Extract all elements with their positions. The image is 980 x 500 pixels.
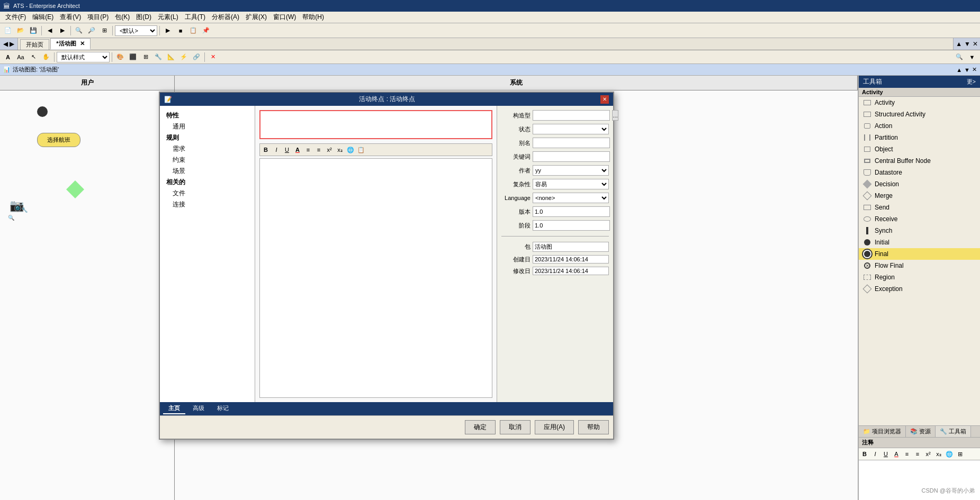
menu-tool[interactable]: 工具(T) — [182, 12, 209, 23]
menu-file[interactable]: 文件(F) — [2, 12, 29, 23]
toolbox-item-receive[interactable]: Receive — [859, 213, 980, 225]
rt-underline[interactable]: U — [282, 145, 292, 154]
sub-tool-a[interactable]: A — [2, 51, 14, 63]
name-input-area[interactable] — [259, 110, 492, 139]
notes-sub[interactable]: x₂ — [934, 449, 943, 459]
toolbar-run[interactable]: ▶ — [162, 25, 174, 37]
lane-user[interactable]: 选择航班 📷 🔧 🔍 — [0, 90, 175, 500]
dialog-close-btn[interactable]: ✕ — [600, 95, 609, 104]
dialog-help-btn[interactable]: 帮助 — [578, 420, 609, 434]
rt-image[interactable]: 📋 — [356, 145, 366, 154]
dialog-tab-main[interactable]: 主页 — [163, 403, 185, 414]
prop-language-select[interactable]: <none> — [533, 193, 609, 203]
prop-stereotype-input[interactable] — [533, 110, 610, 121]
sub-tool-grid[interactable]: ⊞ — [140, 51, 151, 63]
prop-status-select[interactable] — [533, 124, 609, 134]
tab-close[interactable]: ✕ — [80, 40, 85, 47]
window-maximize[interactable]: ▼ — [964, 40, 970, 48]
diagram-collapse[interactable]: ▲ — [956, 67, 962, 73]
toolbox-tab-toolbox[interactable]: 🔧 工具箱 — [936, 426, 971, 437]
window-minimize[interactable]: ▲ — [956, 40, 962, 48]
prop-alias-input[interactable] — [533, 138, 610, 148]
prop-keywords-input[interactable] — [533, 151, 610, 162]
start-node[interactable] — [37, 106, 48, 117]
toolbar-zoom-in[interactable]: 🔍 — [73, 25, 85, 37]
sub-tool-format[interactable]: 🎨 — [114, 51, 126, 63]
notes-list2[interactable]: ≡ — [913, 449, 922, 459]
menu-extend[interactable]: 扩展(X) — [242, 12, 270, 23]
toolbox-item-flowfinal[interactable]: ✕ Flow Final — [859, 260, 980, 271]
prop-version-input[interactable] — [533, 206, 610, 217]
diagram-canvas[interactable]: 用户 系统 选择航班 📷 🔧 🔍 — [0, 76, 858, 500]
toolbar-stop[interactable]: ■ — [175, 25, 186, 37]
sub-tool-filter[interactable]: ▼ — [966, 51, 978, 63]
menu-element[interactable]: 元素(L) — [155, 12, 182, 23]
sub-tool-more3[interactable]: ⚡ — [178, 51, 190, 63]
rt-italic[interactable]: I — [272, 145, 281, 154]
rt-list2[interactable]: ≡ — [314, 145, 323, 154]
nav-arrows[interactable]: ◀ ▶ — [3, 40, 14, 48]
toolbox-item-region[interactable]: Region — [859, 271, 980, 283]
tree-item-scenarios[interactable]: 场景 — [164, 166, 250, 177]
menu-window[interactable]: 窗口(W) — [270, 12, 299, 23]
rt-font-color[interactable]: A — [293, 145, 302, 154]
toolbar-back[interactable]: ◀ — [44, 25, 56, 37]
sub-tool-aa[interactable]: Aa — [15, 51, 26, 63]
toolbox-more-btn[interactable]: 更> — [967, 78, 976, 86]
rt-bold[interactable]: B — [261, 145, 271, 154]
toolbox-item-final[interactable]: Final — [859, 248, 980, 260]
toolbox-item-partition[interactable]: Partition — [859, 132, 980, 143]
menu-edit[interactable]: 编辑(E) — [29, 12, 57, 23]
notes-underline[interactable]: U — [881, 449, 891, 459]
menu-project[interactable]: 项目(P) — [84, 12, 112, 23]
tab-start[interactable]: 开始页 — [20, 39, 49, 50]
toolbar-zoom-fit[interactable]: ⊞ — [98, 25, 110, 37]
dialog-ok-btn[interactable]: 确定 — [465, 420, 496, 434]
dialog-apply-btn[interactable]: 应用(A) — [535, 420, 574, 434]
toolbox-item-object[interactable]: Object — [859, 143, 980, 155]
rich-text-area[interactable] — [259, 158, 492, 398]
rt-sub[interactable]: x₂ — [335, 145, 345, 154]
toolbox-item-buffer[interactable]: Central Buffer Node — [859, 155, 980, 167]
toolbar-save[interactable]: 💾 — [28, 25, 39, 37]
prop-author-select[interactable]: yy — [533, 165, 609, 176]
decision-node[interactable] — [66, 180, 84, 198]
notes-bold[interactable]: B — [860, 449, 869, 459]
toolbox-item-structured[interactable]: Structured Activity — [859, 108, 980, 120]
dialog-tab-mark[interactable]: 标记 — [212, 403, 234, 414]
tree-item-files[interactable]: 文件 — [164, 188, 250, 199]
toolbox-tab-browser[interactable]: 📁 项目浏览器 — [859, 426, 906, 437]
sub-tool-delete[interactable]: ✕ — [207, 51, 219, 63]
notes-list1[interactable]: ≡ — [902, 449, 912, 459]
toolbox-item-synch[interactable]: Synch — [859, 225, 980, 237]
tree-item-general[interactable]: 通用 — [164, 121, 250, 132]
rt-list1[interactable]: ≡ — [303, 145, 313, 154]
notes-font-color[interactable]: A — [892, 449, 901, 459]
sub-tool-cursor[interactable]: ↖ — [28, 51, 39, 63]
sub-tool-more2[interactable]: 📐 — [165, 51, 177, 63]
dialog-cancel-btn[interactable]: 取消 — [500, 420, 531, 434]
tree-item-requirements[interactable]: 需求 — [164, 143, 250, 154]
window-close[interactable]: ✕ — [973, 40, 978, 48]
menu-analyzer[interactable]: 分析器(A) — [209, 12, 242, 23]
tree-item-rules[interactable]: 规则 — [164, 132, 250, 143]
tree-item-features[interactable]: 特性 — [164, 110, 250, 121]
prop-complexity-select[interactable]: 容易 — [533, 179, 609, 189]
sub-tool-more1[interactable]: 🔧 — [152, 51, 164, 63]
dialog-tab-advanced[interactable]: 高级 — [187, 403, 210, 414]
menu-view[interactable]: 查看(V) — [57, 12, 84, 23]
menu-package[interactable]: 包(K) — [112, 12, 133, 23]
diagram-expand[interactable]: ▼ — [964, 67, 970, 73]
sub-tool-more4[interactable]: 🔗 — [191, 51, 202, 63]
properties-dialog[interactable]: 📝 活动终点 : 活动终点 ✕ 特性 通用 规则 需求 约束 场景 相关的 文件 — [159, 92, 614, 440]
menu-diagram[interactable]: 图(D) — [133, 12, 155, 23]
toolbox-item-merge[interactable]: Merge — [859, 190, 980, 202]
toolbox-item-datastore[interactable]: Datastore — [859, 167, 980, 178]
menu-help[interactable]: 帮助(H) — [299, 12, 327, 23]
diagram-close2[interactable]: ✕ — [972, 66, 977, 73]
toolbox-item-action[interactable]: Action — [859, 120, 980, 132]
notes-link[interactable]: 🌐 — [945, 449, 954, 459]
rt-link[interactable]: 🌐 — [346, 145, 355, 154]
rt-super[interactable]: x² — [325, 145, 334, 154]
tree-item-related[interactable]: 相关的 — [164, 177, 250, 188]
